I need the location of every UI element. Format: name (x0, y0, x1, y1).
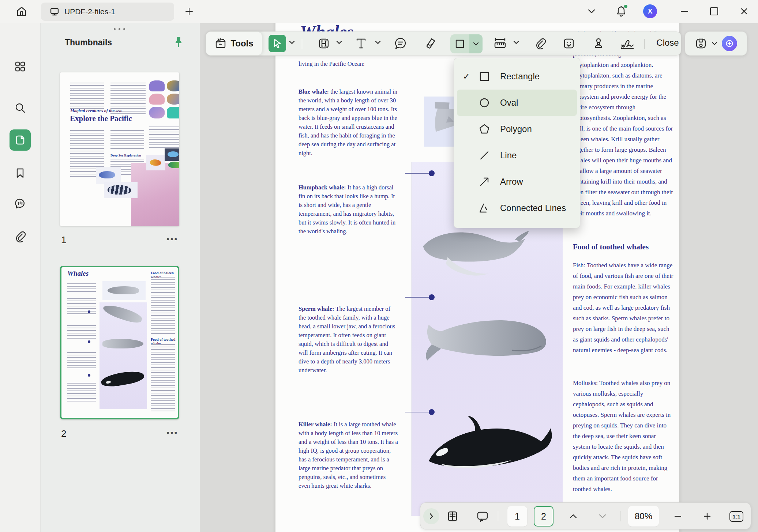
annotation-toolbar: Tools (206, 31, 681, 56)
panel-drag-handle[interactable] (114, 28, 125, 30)
close-window-button[interactable] (736, 3, 753, 20)
ruler-icon (493, 37, 507, 50)
paragraph-humpback-whale: Humpback whale: It has a high dorsal fin… (299, 183, 398, 236)
sidebar-item-swatches[interactable] (10, 527, 31, 532)
save-icon (695, 37, 707, 50)
measure-tool-button[interactable] (491, 35, 509, 52)
status-bar: 1 2 80% 1:1 (420, 502, 751, 529)
callout-dot (429, 409, 435, 415)
save-panel (685, 31, 747, 56)
menu-item-rectangle[interactable]: ✓ Rectangle (457, 63, 577, 90)
thumb1-more-button[interactable]: ••• (166, 234, 178, 244)
comment-tool-button[interactable] (392, 35, 409, 52)
presentation-button[interactable] (473, 507, 492, 526)
menu-item-oval[interactable]: Oval (457, 90, 577, 116)
save-dropdown[interactable] (712, 42, 717, 45)
thumb2-callout-dot (88, 374, 90, 377)
zoom-level-box[interactable]: 80% (628, 506, 659, 527)
sticker-tool-button[interactable] (560, 35, 578, 52)
page-icon (14, 134, 26, 146)
callout-line (405, 173, 432, 174)
thumb1-tagline: Magical creatures of the sea. (70, 108, 123, 114)
thumb1-fish-photo (96, 167, 121, 184)
ai-assistant-button[interactable] (722, 36, 737, 51)
select-tool-dropdown[interactable] (289, 41, 295, 44)
thumb2-title: Whales (67, 269, 89, 278)
zoom-level: 80% (635, 511, 652, 521)
expand-statusbar-button[interactable] (423, 508, 439, 524)
heading-tool-dropdown[interactable] (336, 41, 342, 44)
attach-tool-button[interactable] (532, 35, 549, 52)
home-button[interactable] (13, 3, 30, 20)
thumb1-page-number: 1 (61, 234, 66, 246)
page-2-button[interactable]: 2 (534, 506, 554, 527)
thumb2-textblock (151, 277, 175, 335)
collapse-toolbar-button[interactable] (583, 3, 600, 20)
tools-label: Tools (230, 38, 253, 49)
right-paragraph-fish: Fish: Toothed whales have a wide range o… (573, 260, 674, 355)
plus-icon (703, 513, 711, 520)
sidebar-item-comments[interactable] (10, 193, 31, 214)
maximize-button[interactable] (706, 3, 723, 20)
search-icon (14, 102, 26, 114)
next-page-button[interactable] (593, 507, 612, 526)
tools-button[interactable]: Tools (206, 31, 262, 56)
heading-tool-button[interactable] (315, 35, 333, 52)
sidebar-item-search[interactable] (10, 97, 31, 118)
actual-size-button[interactable]: 1:1 (727, 507, 746, 526)
menu-item-polygon[interactable]: Polygon (457, 116, 577, 142)
thumb2-textblock (67, 283, 96, 292)
previous-page-button[interactable] (564, 507, 583, 526)
thumb2-textblock (67, 352, 96, 369)
zoom-out-button[interactable] (668, 507, 687, 526)
new-tab-button[interactable] (181, 3, 198, 20)
page-layout-button[interactable] (443, 507, 462, 526)
comment-bubble-icon (14, 198, 26, 210)
paragraph-lead: Humpback whale: (299, 184, 346, 191)
measure-tool-dropdown[interactable] (513, 41, 519, 44)
page-1-label: 1 (515, 511, 520, 522)
text-tool-button[interactable] (352, 35, 370, 52)
paragraph-body: It has a high dorsal fin on its back tha… (299, 184, 395, 235)
account-button[interactable]: X (643, 4, 657, 18)
thumbnail-page-1[interactable]: Magical creatures of the sea. Explore th… (60, 72, 179, 226)
close-toolbar-button[interactable]: Close (649, 38, 686, 48)
polygon-icon (478, 123, 491, 135)
toolbox-icon (214, 38, 227, 49)
shape-tool-dropdown[interactable] (469, 34, 483, 53)
save-button[interactable] (695, 37, 707, 50)
sidebar-item-attachments[interactable] (10, 226, 31, 247)
notifications-button[interactable] (613, 3, 630, 20)
zoom-in-button[interactable] (698, 507, 717, 526)
thumbnail-page-2[interactable]: Whales Food of baleen whales Food of too… (60, 266, 179, 419)
paragraph-body: the largest known animal in the world, w… (299, 88, 397, 156)
page-1-button[interactable]: 1 (507, 506, 527, 527)
minimize-button[interactable] (676, 3, 693, 20)
select-tool-button[interactable] (269, 35, 286, 52)
menu-item-label: Polygon (500, 124, 532, 134)
avatar-initial: X (648, 7, 653, 15)
stamp-tool-button[interactable] (590, 35, 607, 52)
highlighter-tool-button[interactable] (422, 35, 439, 52)
shape-tool-button[interactable] (450, 34, 469, 53)
callout-line (405, 297, 432, 298)
sidebar-item-bookmarks[interactable] (10, 162, 31, 184)
menu-item-arrow[interactable]: Arrow (457, 169, 577, 195)
sidebar-item-thumbnails[interactable] (10, 129, 31, 151)
text-icon (355, 37, 367, 50)
document-tab[interactable]: UPDF-2-files-1 (41, 3, 174, 21)
callout-dot (429, 170, 435, 176)
text-tool-dropdown[interactable] (375, 41, 381, 44)
thumb2-more-button[interactable]: ••• (166, 428, 178, 438)
statusbar-divider (498, 511, 498, 521)
thumb1-fish-photo (104, 182, 138, 198)
signature-tool-button[interactable] (619, 35, 636, 52)
thumb2-page-number: 2 (61, 428, 66, 439)
menu-item-line[interactable]: Line (457, 142, 577, 169)
minus-icon (675, 516, 681, 517)
menu-item-connected-lines[interactable]: Connected Lines (457, 195, 577, 221)
avatar: X (643, 4, 657, 18)
sidebar-item-menu[interactable] (10, 56, 31, 77)
pin-icon (172, 35, 185, 49)
pin-panel-button[interactable] (172, 35, 185, 49)
